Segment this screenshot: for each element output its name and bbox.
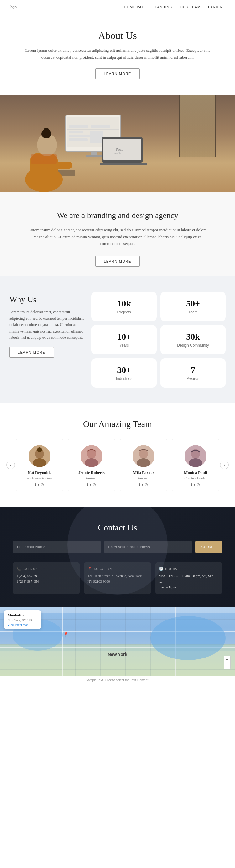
- twitter-icon-monica[interactable]: t: [194, 483, 195, 487]
- contact-email-input[interactable]: [104, 541, 192, 553]
- svg-rect-12: [91, 125, 110, 128]
- svg-rect-11: [69, 125, 88, 128]
- twitter-icon-mila[interactable]: t: [142, 483, 143, 487]
- why-left: Why Us Lorem ipsum dolor sit amet, conse…: [9, 292, 92, 388]
- twitter-icon-jennie[interactable]: t: [90, 483, 91, 487]
- contact-hours-text: Mon – Fri …… 11 am – 8 pm, Sat, Sun …… 6…: [159, 573, 219, 590]
- why-learn-more-button[interactable]: LEARN MORE: [9, 347, 54, 358]
- location-icon: 📍: [88, 566, 93, 571]
- why-description: Lorem ipsum dolor sit amet, consectetur …: [9, 309, 85, 341]
- contact-name-input[interactable]: [12, 541, 101, 553]
- about-learn-more-button[interactable]: LEARN MORE: [95, 68, 140, 79]
- team-name-mila: Mila Parker: [124, 470, 163, 475]
- stat-ind-number: 30+: [97, 365, 151, 375]
- svg-point-42: [150, 616, 226, 660]
- hours-icon: 🕐: [159, 566, 164, 571]
- team-socials-mila: f t ◎: [124, 483, 163, 487]
- nav-homepage[interactable]: HOME PAGE: [124, 5, 147, 9]
- facebook-icon-mila[interactable]: f: [139, 483, 140, 487]
- instagram-icon-mila[interactable]: ◎: [145, 483, 148, 487]
- twitter-icon-nat[interactable]: t: [38, 483, 39, 487]
- map-zoom-controls: + −: [224, 656, 231, 670]
- map-section: New York 📍 Manhattan New York, NY 1036 V…: [0, 607, 235, 676]
- stat-awards-number: 7: [166, 365, 220, 375]
- team-socials-nat: f t ◎: [20, 483, 59, 487]
- team-title-mila: Partner: [124, 476, 163, 480]
- map-zoom-out-button[interactable]: −: [224, 662, 231, 670]
- team-card-jennie: Jennie Roberts Partner f t ◎: [68, 438, 115, 491]
- contact-hours-label: 🕐 HOURS: [159, 566, 219, 571]
- branding-section: We are a branding and design agency Lore…: [0, 192, 235, 276]
- team-name-nat: Nat Reynolds: [20, 470, 59, 475]
- why-title: Why Us: [9, 295, 85, 304]
- about-title: About Us: [25, 30, 210, 41]
- facebook-icon-jennie[interactable]: f: [87, 483, 88, 487]
- team-card-monica: Monica Pouli Creative Leader f t ◎: [172, 438, 219, 491]
- team-title-nat: Worldwide Partner: [20, 476, 59, 480]
- team-socials-monica: f t ◎: [176, 483, 215, 487]
- contact-call-label: 📞 CALL US: [16, 566, 76, 571]
- nav-links: HOME PAGE LANDING OUR TEAM LANDING: [124, 5, 226, 9]
- nav-our-team[interactable]: OUR TEAM: [180, 5, 201, 9]
- avatar-mila-img: [133, 445, 155, 467]
- instagram-icon-monica[interactable]: ◎: [197, 483, 200, 487]
- stat-awards-label: Awards: [166, 376, 220, 381]
- navigation: logo HOME PAGE LANDING OUR TEAM LANDING: [0, 0, 235, 14]
- about-description: Lorem ipsum dolor sit amet, consectetur …: [25, 47, 210, 61]
- team-title: Our Amazing Team: [6, 419, 229, 429]
- map-overlay-link[interactable]: View larger map: [7, 623, 38, 626]
- team-section: Our Amazing Team ‹ Nat Reynolds Worldwid…: [0, 403, 235, 507]
- avatar-monica-img: [184, 445, 206, 467]
- svg-text:media: media: [114, 152, 121, 155]
- svg-rect-13: [69, 131, 83, 133]
- stat-projects: 10k Projects: [92, 292, 157, 321]
- nav-landing1[interactable]: LANDING: [155, 5, 172, 9]
- contact-location-card: 📍 LOCATION 121 Rock Street, 21 Avenue, N…: [83, 562, 151, 594]
- footer-note: Sample Text. Click to select the Text El…: [0, 676, 235, 684]
- stat-years-label: Years: [97, 343, 151, 348]
- why-section: Why Us Lorem ipsum dolor sit amet, conse…: [0, 276, 235, 403]
- team-name-monica: Monica Pouli: [176, 470, 215, 475]
- team-card-nat: Nat Reynolds Worldwide Partner f t ◎: [16, 438, 63, 491]
- map-zoom-in-button[interactable]: +: [224, 656, 231, 662]
- facebook-icon-nat[interactable]: f: [35, 483, 36, 487]
- hero-image: Poco media: [0, 95, 235, 192]
- branding-learn-more-button[interactable]: LEARN MORE: [95, 256, 140, 267]
- avatar-jennie-img: [80, 445, 102, 467]
- svg-point-27: [37, 447, 42, 452]
- svg-rect-17: [91, 151, 97, 156]
- facebook-icon-monica[interactable]: f: [191, 483, 192, 487]
- contact-submit-button[interactable]: SUBMIT: [195, 541, 223, 553]
- svg-rect-18: [86, 155, 102, 157]
- team-title-jennie: Partner: [72, 476, 111, 480]
- hero-laptop: Poco media: [100, 135, 147, 167]
- stat-industries: 30+ Industries: [92, 358, 157, 388]
- about-section: About Us Lorem ipsum dolor sit amet, con…: [0, 14, 235, 89]
- team-card-mila: Mila Parker Partner f t ◎: [120, 438, 167, 491]
- stats-grid: 10k Projects 50+ Team 10+ Years 30k Desi…: [92, 292, 226, 388]
- stat-design-community: 30k Design Community: [161, 325, 226, 354]
- stat-years-number: 10+: [97, 332, 151, 342]
- contact-phone1: 1 (234) 567-891: [16, 573, 76, 579]
- team-carousel: ‹ Nat Reynolds Worldwide Partner f t ◎: [6, 438, 229, 491]
- stat-ind-label: Industries: [97, 376, 151, 381]
- team-name-jennie: Jennie Roberts: [72, 470, 111, 475]
- team-socials-jennie: f t ◎: [72, 483, 111, 487]
- map-overlay-sub: New York, NY 1036: [7, 618, 38, 622]
- team-title-monica: Creative Leader: [176, 476, 215, 480]
- stat-team: 50+ Team: [161, 292, 226, 321]
- avatar-jennie: [80, 445, 102, 467]
- nav-landing2[interactable]: LANDING: [208, 5, 226, 9]
- instagram-icon-nat[interactable]: ◎: [41, 483, 44, 487]
- svg-text:Poco: Poco: [116, 147, 124, 152]
- svg-point-5: [43, 128, 49, 133]
- instagram-icon-jennie[interactable]: ◎: [93, 483, 96, 487]
- map-overlay-card: Manhattan New York, NY 1036 View larger …: [4, 611, 41, 629]
- stat-projects-number: 10k: [97, 299, 151, 309]
- contact-address: 121 Rock Street, 21 Avenue, New York, NY…: [88, 573, 147, 584]
- contact-title: Contact Us: [12, 523, 223, 533]
- stat-team-label: Team: [166, 310, 220, 314]
- why-stats: 10k Projects 50+ Team 10+ Years 30k Desi…: [92, 292, 226, 388]
- contact-hours-card: 🕐 HOURS Mon – Fri …… 11 am – 8 pm, Sat, …: [155, 562, 223, 594]
- map-background: New York 📍 Manhattan New York, NY 1036 V…: [0, 607, 235, 676]
